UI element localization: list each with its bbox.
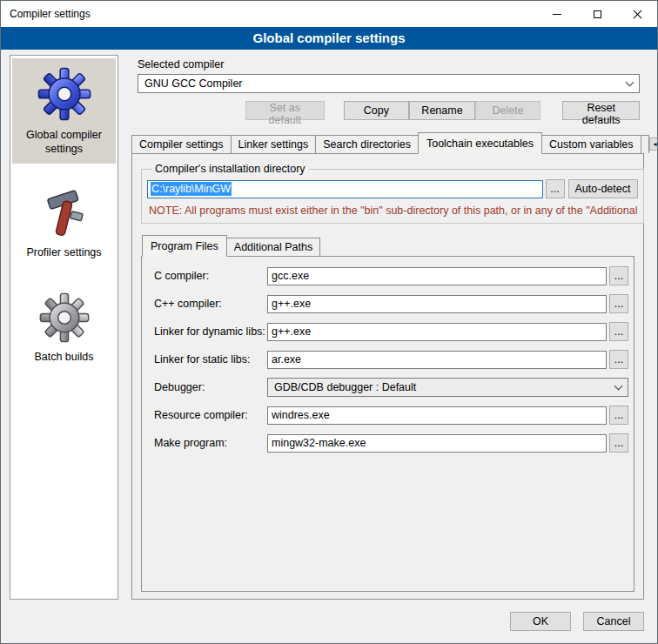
tab-build-options[interactable]: Build [641, 135, 649, 153]
dialog-content: Global compiler settings Profiler settin… [1, 50, 657, 608]
make-program-label: Make program: [154, 437, 267, 449]
compiler-settings-window: Compiler settings Global compiler settin… [0, 0, 658, 644]
installation-directory-label: Compiler's installation directory [151, 163, 309, 175]
sidebar-item-label: Batch builds [34, 351, 93, 365]
settings-category-list: Global compiler settings Profiler settin… [10, 55, 118, 600]
linker-dynamic-label: Linker for dynamic libs: [154, 325, 267, 338]
install-dir-value: C:\raylib\MinGW [151, 182, 232, 196]
form-row: Resource compiler: ... [154, 406, 628, 425]
dialog-footer: OK Cancel [1, 608, 657, 643]
chevron-down-icon [614, 381, 623, 390]
page-title: Global compiler settings [1, 27, 657, 50]
sidebar-item-label: Profiler settings [26, 246, 101, 260]
program-files-panel: C compiler: ... C++ compiler: ... Linker… [141, 256, 634, 592]
resource-compiler-browse-button[interactable]: ... [609, 406, 628, 425]
maximize-icon [594, 10, 601, 18]
maximize-button[interactable] [577, 1, 617, 27]
cpp-compiler-label: C++ compiler: [154, 298, 267, 310]
tab-program-files[interactable]: Program Files [142, 235, 227, 257]
chevron-down-icon [626, 77, 634, 86]
tab-toolchain-executables[interactable]: Toolchain executables [418, 132, 542, 154]
reset-defaults-button[interactable]: Reset defaults [562, 101, 640, 120]
cpp-compiler-browse-button[interactable]: ... [609, 294, 628, 313]
titlebar: Compiler settings [1, 1, 657, 27]
note-text: NOTE: All programs must exist either in … [149, 205, 638, 217]
sidebar-item-global-compiler-settings[interactable]: Global compiler settings [12, 58, 116, 164]
tab-linker-settings[interactable]: Linker settings [231, 135, 317, 153]
selected-compiler-dropdown[interactable]: GNU GCC Compiler [138, 74, 640, 93]
close-icon [633, 10, 642, 19]
tab-scroll-buttons: ◄ ► [649, 138, 658, 153]
installation-directory-row: C:\raylib\MinGW ... Auto-detect [147, 179, 638, 198]
linker-static-input[interactable] [267, 351, 607, 369]
tab-compiler-settings[interactable]: Compiler settings [131, 135, 232, 153]
make-program-input[interactable] [267, 434, 607, 453]
form-row: C compiler: ... [154, 266, 628, 285]
linker-dynamic-browse-button[interactable]: ... [609, 322, 628, 341]
form-row: Linker for dynamic libs: ... [154, 322, 628, 341]
gray-gear-icon [39, 292, 90, 343]
rename-button[interactable]: Rename [409, 101, 475, 120]
tab-search-directories[interactable]: Search directories [315, 135, 419, 153]
tab-custom-variables[interactable]: Custom variables [541, 135, 641, 153]
main-panel: Selected compiler GNU GCC Compiler Set a… [127, 55, 648, 600]
form-row: Make program: ... [154, 433, 628, 453]
tab-scroll-left-button[interactable]: ◄ [649, 138, 658, 151]
resource-compiler-label: Resource compiler: [154, 409, 267, 421]
program-tabstrip: Program Files Additional Paths [140, 234, 635, 256]
compiler-actions: Set as default Copy Rename Delete Reset … [138, 101, 640, 120]
close-button[interactable] [617, 1, 657, 27]
debugger-dropdown[interactable]: GDB/CDB debugger : Default [267, 378, 628, 397]
auto-detect-button[interactable]: Auto-detect [568, 179, 638, 198]
sidebar-item-profiler-settings[interactable]: Profiler settings [12, 179, 116, 268]
installation-directory-group: Compiler's installation directory C:\ray… [141, 163, 644, 224]
toolchain-executables-panel: Compiler's installation directory C:\ray… [131, 153, 644, 600]
window-controls [537, 1, 657, 27]
c-compiler-label: C compiler: [154, 270, 267, 282]
c-compiler-browse-button[interactable]: ... [609, 266, 628, 285]
cpp-compiler-input[interactable] [267, 295, 607, 313]
delete-button[interactable]: Delete [475, 101, 541, 120]
tab-additional-paths[interactable]: Additional Paths [226, 238, 320, 256]
form-row: Linker for static libs: ... [154, 350, 628, 369]
blue-gear-icon [37, 67, 91, 121]
debugger-label: Debugger: [154, 381, 267, 393]
form-row: C++ compiler: ... [154, 294, 628, 313]
sidebar-item-label: Global compiler settings [14, 129, 114, 156]
minimize-icon [553, 14, 561, 15]
linker-dynamic-input[interactable] [267, 323, 607, 341]
sidebar-item-batch-builds[interactable]: Batch builds [12, 284, 116, 372]
settings-tabstrip: Compiler settings Linker settings Search… [127, 131, 648, 153]
arrow-left-icon: ◄ [652, 141, 658, 147]
make-program-browse-button[interactable]: ... [609, 433, 628, 453]
install-dir-input[interactable]: C:\raylib\MinGW [147, 180, 543, 198]
selected-compiler-label: Selected compiler [138, 58, 648, 70]
minimize-button[interactable] [537, 1, 577, 27]
profiler-tool-icon [40, 188, 89, 238]
debugger-value: GDB/CDB debugger : Default [274, 381, 610, 393]
resource-compiler-input[interactable] [267, 406, 607, 425]
cancel-button[interactable]: Cancel [583, 612, 644, 631]
linker-static-browse-button[interactable]: ... [609, 350, 628, 369]
linker-static-label: Linker for static libs: [154, 353, 267, 366]
ok-button[interactable]: OK [510, 612, 571, 631]
c-compiler-input[interactable] [267, 267, 607, 285]
copy-button[interactable]: Copy [344, 101, 410, 120]
window-title: Compiler settings [1, 8, 91, 20]
set-as-default-button[interactable]: Set as default [245, 101, 325, 120]
selected-compiler-value: GNU GCC Compiler [144, 77, 621, 90]
form-row: Debugger: GDB/CDB debugger : Default [154, 378, 628, 397]
install-dir-browse-button[interactable]: ... [546, 179, 565, 198]
